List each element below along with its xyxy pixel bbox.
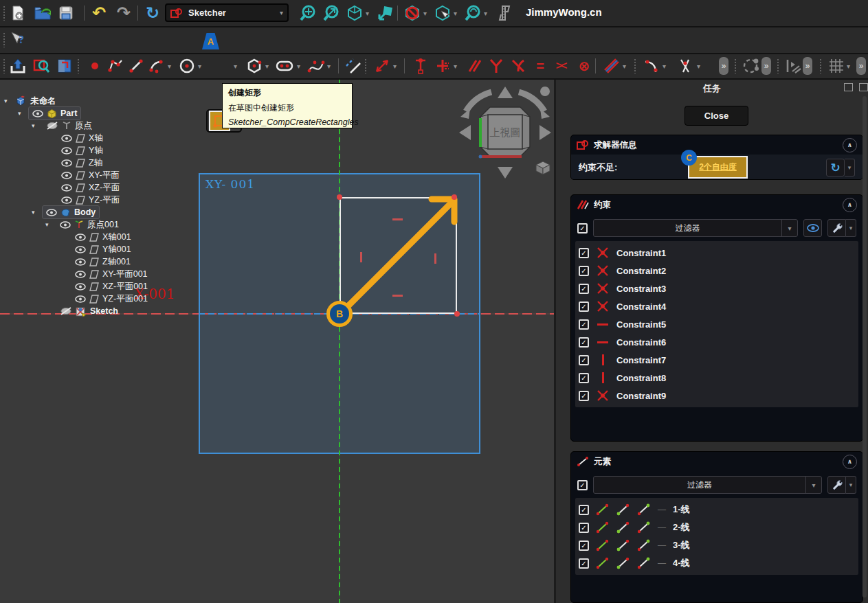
constrain-horizontal-vertical-button[interactable] xyxy=(433,56,452,76)
constraint-row[interactable]: Constraint9 xyxy=(575,387,858,405)
arc-dropdown[interactable] xyxy=(165,56,174,76)
create-point-button[interactable] xyxy=(85,56,104,76)
create-arc-button[interactable] xyxy=(147,56,166,76)
visible-eye-icon[interactable] xyxy=(61,147,72,155)
tree-item-part[interactable]: Part xyxy=(60,109,77,118)
panel-scrollbar[interactable] xyxy=(863,96,867,598)
navcube-left-arrow[interactable] xyxy=(459,125,471,140)
elements-filter-select[interactable]: 过滤器 xyxy=(593,476,822,494)
constraint-row[interactable]: Constraint3 xyxy=(575,280,858,297)
tree-item-xaxis[interactable]: X轴 xyxy=(89,133,103,144)
visible-eye-icon[interactable] xyxy=(60,221,71,229)
open-document-button[interactable] xyxy=(33,3,52,23)
constraint-checkbox[interactable] xyxy=(579,373,589,383)
navcube-right-arrow[interactable] xyxy=(539,125,551,140)
filter-dropdown-arrow[interactable] xyxy=(805,477,821,493)
toolbar-overflow-button[interactable] xyxy=(856,57,866,75)
view-section-button[interactable] xyxy=(55,56,74,76)
redo-button[interactable]: ↷ xyxy=(114,3,133,23)
fillet-button[interactable] xyxy=(642,56,661,76)
tree-item-xzplane[interactable]: XZ-平面 xyxy=(89,182,120,194)
polygon-dropdown[interactable] xyxy=(263,56,271,76)
toggle-grid-button[interactable] xyxy=(826,56,845,76)
tree-item-body[interactable]: Body xyxy=(74,207,96,217)
tree-item-xaxis001[interactable]: X轴001 xyxy=(102,231,131,243)
element-checkbox[interactable] xyxy=(579,523,589,533)
toolbar-grip[interactable] xyxy=(634,58,637,73)
constrain-perpendicular-button[interactable] xyxy=(487,56,506,76)
trim-dropdown[interactable] xyxy=(694,56,703,76)
constraints-filter-select[interactable]: 过滤器 xyxy=(593,219,798,237)
expand-caret[interactable] xyxy=(32,122,35,129)
element-row[interactable]: — 1-线 xyxy=(575,501,858,519)
create-slot-button[interactable] xyxy=(275,56,294,76)
distance-dropdown[interactable] xyxy=(620,56,629,76)
mirror-symmetry-button[interactable] xyxy=(783,56,803,76)
tree-item-origin[interactable]: 原点 xyxy=(75,120,92,132)
collapse-chevron-icon[interactable] xyxy=(843,198,857,212)
toolbar-grip[interactable] xyxy=(3,5,6,21)
elements-list[interactable]: — 1-线 — 2-线 — 3-线 xyxy=(575,498,858,575)
constraint-row[interactable]: Constraint5 xyxy=(575,315,858,333)
zoom-tools-dropdown[interactable] xyxy=(481,3,490,23)
workbench-selector[interactable]: Sketcher xyxy=(165,3,289,22)
constrain-distance-button[interactable] xyxy=(602,56,621,76)
element-row[interactable]: — 2-线 xyxy=(575,519,858,536)
navcube-up-arrow[interactable] xyxy=(498,87,513,98)
toolbar-overflow-button[interactable] xyxy=(719,57,728,75)
constraint-checkbox[interactable] xyxy=(579,391,589,401)
tree-item-yaxis001[interactable]: Y轴001 xyxy=(102,244,131,255)
constraint-checkbox[interactable] xyxy=(579,266,589,276)
elements-section-header[interactable]: 元素 xyxy=(571,452,863,471)
visible-eye-icon[interactable] xyxy=(61,196,72,204)
fit-selection-button[interactable] xyxy=(322,3,341,23)
constraint-row[interactable]: Constraint8 xyxy=(575,369,858,387)
solver-update-button[interactable]: ↻ xyxy=(826,159,845,177)
constraints-section-header[interactable]: 约束 xyxy=(571,195,863,214)
create-polygon-button[interactable] xyxy=(245,56,264,76)
fillet-dropdown[interactable] xyxy=(660,56,669,76)
constraints-settings-dropdown[interactable] xyxy=(846,219,856,237)
element-checkbox[interactable] xyxy=(579,541,589,551)
tree-item-zaxis[interactable]: Z轴 xyxy=(89,157,102,169)
visible-eye-icon[interactable] xyxy=(32,110,43,117)
measure-button[interactable] xyxy=(495,3,514,23)
constraint-checkbox[interactable] xyxy=(579,355,589,365)
solver-section-header[interactable]: 求解器信息 xyxy=(571,135,863,155)
constraint-row[interactable]: Constraint7 xyxy=(575,351,858,369)
constraint-row[interactable]: Constraint1 xyxy=(575,244,858,262)
element-checkbox[interactable] xyxy=(579,558,589,569)
solver-update-dropdown[interactable] xyxy=(845,159,855,177)
vertex-point[interactable] xyxy=(454,311,460,317)
toolbar-grip[interactable] xyxy=(77,58,80,73)
slot-dropdown[interactable] xyxy=(294,56,303,76)
visible-eye-icon[interactable] xyxy=(46,209,57,216)
dimension-dropdown[interactable] xyxy=(390,56,399,76)
rectangle-dropdown[interactable] xyxy=(231,56,240,76)
dimension-button[interactable] xyxy=(372,56,392,76)
constraints-settings-button[interactable] xyxy=(827,219,846,237)
element-row[interactable]: — 3-线 xyxy=(575,536,858,554)
dock-panel-icon[interactable] xyxy=(844,83,853,91)
constrain-coincident-button[interactable] xyxy=(411,56,430,76)
tree-item-zaxis001[interactable]: Z轴001 xyxy=(102,256,131,268)
navcube-rotate-cw-arrow[interactable] xyxy=(519,92,544,111)
constraint-checkbox[interactable] xyxy=(579,337,589,348)
navcube-rotate-ccw-arrow[interactable] xyxy=(466,92,491,111)
visible-eye-icon[interactable] xyxy=(61,135,72,142)
tree-item-document[interactable]: 未命名 xyxy=(30,95,56,107)
toolbar-grip[interactable] xyxy=(3,58,6,73)
constrain-block-button[interactable]: ⊗ xyxy=(575,56,594,76)
collapse-chevron-icon[interactable] xyxy=(843,138,857,152)
element-selection-button[interactable] xyxy=(433,3,452,23)
tree-item-yzplane[interactable]: YZ-平面 xyxy=(89,194,120,206)
tree-item-sketch[interactable]: Sketch xyxy=(90,306,118,316)
constraint-checkbox[interactable] xyxy=(579,284,589,294)
create-line-button[interactable] xyxy=(126,56,146,76)
navcube-down-arrow[interactable] xyxy=(498,167,513,179)
constrain-equal-button[interactable]: = xyxy=(531,56,550,76)
visible-eye-icon[interactable] xyxy=(61,184,72,192)
elements-settings-dropdown[interactable] xyxy=(846,476,856,494)
constraint-row[interactable]: Constraint6 xyxy=(575,333,858,351)
visible-eye-icon[interactable] xyxy=(75,246,86,253)
